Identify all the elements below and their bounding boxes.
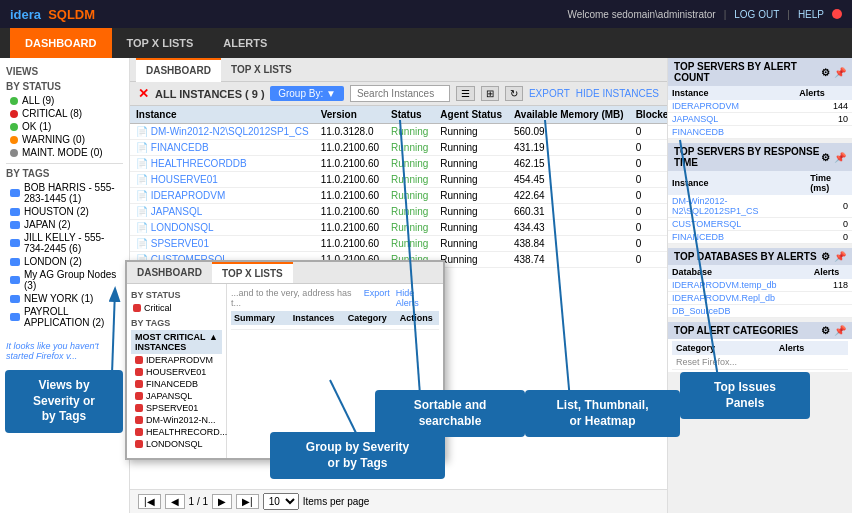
page-next-button[interactable]: ▶ — [212, 494, 232, 509]
hide-instances-link[interactable]: HIDE INSTANCES — [576, 88, 659, 99]
help-link[interactable]: HELP — [798, 9, 824, 20]
items-per-page-select[interactable]: 102550 — [263, 493, 299, 510]
sidebar-item-maint[interactable]: MAINT. MODE (0) — [6, 146, 123, 159]
sidebar-tag-london[interactable]: LONDON (2) — [6, 255, 123, 268]
status-cell: Running — [385, 124, 434, 140]
page-first-button[interactable]: |◀ — [138, 494, 161, 509]
overlay-nav-topxlists[interactable]: TOP X LISTS — [212, 262, 293, 283]
overlay-by-status: BY STATUS — [131, 290, 222, 300]
status-critical-label: CRITICAL (8) — [22, 108, 82, 119]
expand-icon[interactable]: ▲ — [209, 332, 218, 352]
refresh-button[interactable]: ↻ — [505, 86, 523, 101]
nav-topxlists[interactable]: TOP X LISTS — [112, 28, 209, 58]
da-db-3[interactable]: DB_SourceDB — [668, 305, 810, 318]
agent-cell: Running — [434, 172, 508, 188]
sub-nav: DASHBOARD TOP X LISTS — [130, 58, 667, 82]
annotation-list-thumb: List, Thumbnail,or Heatmap — [525, 390, 680, 437]
settings-icon[interactable]: ⚙ — [821, 152, 830, 163]
sidebar-item-all[interactable]: ALL (9) — [6, 94, 123, 107]
instance-link[interactable]: 📄 IDERAPRODVM — [136, 190, 225, 201]
sub-nav-topxlists[interactable]: TOP X LISTS — [221, 58, 302, 82]
overlay-nav-dashboard[interactable]: DASHBOARD — [127, 262, 212, 283]
tag-icon — [10, 276, 20, 284]
ac-instance-1[interactable]: IDERAPRODVM — [668, 100, 795, 113]
instance-link[interactable]: 📄 DM-Win2012-N2\SQL2012SP1_CS — [136, 126, 309, 137]
panel-controls: Group By: ▼ ☰ ⊞ ↻ EXPORT HIDE INSTANCES — [270, 85, 659, 102]
overlay-hide-alerts-link[interactable]: Hide Alerts — [396, 288, 439, 308]
page-prev-button[interactable]: ◀ — [165, 494, 185, 509]
critical-item[interactable]: IDERAPRODVM — [131, 354, 222, 366]
status-dot-warning — [10, 136, 18, 144]
rt-instance-3[interactable]: FINANCEDB — [668, 231, 806, 244]
settings-icon[interactable]: ⚙ — [821, 251, 830, 262]
table-row: 📄 LONDONSQL 11.0.2100.60 Running Running… — [130, 220, 667, 236]
nav-alerts[interactable]: ALERTS — [208, 28, 282, 58]
annotation-views: Views bySeverity orby Tags — [5, 370, 123, 433]
overlay-export-link[interactable]: Export — [364, 288, 390, 308]
col-status: Status — [385, 106, 434, 124]
critical-item[interactable]: JAPANSQL — [131, 390, 222, 402]
critical-item[interactable]: LONDONSQL — [131, 438, 222, 450]
memory-cell: 462.15 — [508, 156, 630, 172]
instance-link[interactable]: 📄 JAPANSQL — [136, 206, 202, 217]
view-list-button[interactable]: ☰ — [456, 86, 475, 101]
sidebar-tag-ag[interactable]: My AG Group Nodes (3) — [6, 268, 123, 292]
rt-instance-1[interactable]: DM-Win2012-N2\SQL2012SP1_CS — [668, 195, 806, 218]
table-row: Reset Firefox... — [672, 355, 848, 370]
critical-item[interactable]: FINANCEDB — [131, 378, 222, 390]
critical-item[interactable]: HEALTHRECORD... — [131, 426, 222, 438]
agent-cell: Running — [434, 236, 508, 252]
overlay-by-tags: BY TAGS — [131, 318, 222, 328]
da-db-1[interactable]: IDERAPRODVM.temp_db — [668, 279, 810, 292]
critical-item[interactable]: DM-Win2012-N... — [131, 414, 222, 426]
instance-link[interactable]: 📄 SPSERVE01 — [136, 238, 209, 249]
sidebar-tag-houston[interactable]: HOUSTON (2) — [6, 205, 123, 218]
logout-link[interactable]: LOG OUT — [734, 9, 779, 20]
status-dot-critical — [10, 110, 18, 118]
sidebar-tag-newyork[interactable]: NEW YORK (1) — [6, 292, 123, 305]
ac-instance-3[interactable]: FINANCEDB — [668, 126, 795, 139]
da-db-2[interactable]: IDERAPRODVM.Repl_db — [668, 292, 810, 305]
acat-col-cat: Category — [672, 341, 775, 355]
db-alerts-content: Database Alerts IDERAPRODVM.temp_db 118 … — [668, 265, 852, 318]
alert-cat-table: Category Alerts Reset Firefox... — [672, 341, 848, 370]
pin-icon[interactable]: 📌 — [834, 152, 846, 163]
pin-icon[interactable]: 📌 — [834, 251, 846, 262]
view-thumb-button[interactable]: ⊞ — [481, 86, 499, 101]
table-row: 📄 HOUSERVE01 11.0.2100.60 Running Runnin… — [130, 172, 667, 188]
da-alerts-2 — [810, 292, 852, 305]
pin-icon[interactable]: 📌 — [834, 67, 846, 78]
instance-link[interactable]: 📄 HOUSERVE01 — [136, 174, 218, 185]
critical-item[interactable]: HOUSERVE01 — [131, 366, 222, 378]
sidebar-tag-jill[interactable]: JILL KELLY - 555-734-2445 (6) — [6, 231, 123, 255]
nav-dashboard[interactable]: DASHBOARD — [10, 28, 112, 58]
instance-link[interactable]: 📄 HEALTHRECORDDB — [136, 158, 247, 169]
ac-instance-2[interactable]: JAPANSQL — [668, 113, 795, 126]
instances-table: Instance Version Status Agent Status Ava… — [130, 106, 667, 268]
settings-icon[interactable]: ⚙ — [821, 325, 830, 336]
response-time-section: TOP SERVERS BY RESPONSE TIME ⚙📌 Instance… — [668, 143, 852, 244]
search-input[interactable] — [350, 85, 450, 102]
sidebar-item-warning[interactable]: WARNING (0) — [6, 133, 123, 146]
sidebar-tag-bob[interactable]: BOB HARRIS - 555-283-1445 (1) — [6, 181, 123, 205]
instance-link[interactable]: 📄 LONDONSQL — [136, 222, 214, 233]
group-by-button[interactable]: Group By: ▼ — [270, 86, 344, 101]
tag-icon — [10, 221, 20, 229]
ac-col-alerts: Alerts — [795, 86, 852, 100]
sidebar-tag-payroll[interactable]: PAYROLL APPLICATION (2) — [6, 305, 123, 329]
page-last-button[interactable]: ▶| — [236, 494, 259, 509]
sidebar-item-ok[interactable]: OK (1) — [6, 120, 123, 133]
sub-nav-dashboard[interactable]: DASHBOARD — [136, 58, 221, 82]
export-link[interactable]: EXPORT — [529, 88, 570, 99]
sidebar-item-critical[interactable]: CRITICAL (8) — [6, 107, 123, 120]
settings-icon[interactable]: ⚙ — [821, 67, 830, 78]
critical-item[interactable]: SPSERVE01 — [131, 402, 222, 414]
version-cell: 11.0.2100.60 — [315, 204, 385, 220]
col-memory: Available Memory (MB) — [508, 106, 630, 124]
overlay-status-item[interactable]: Critical — [131, 302, 222, 314]
sidebar-tag-japan[interactable]: JAPAN (2) — [6, 218, 123, 231]
table-row: FINANCEDB — [668, 126, 852, 139]
pin-icon[interactable]: 📌 — [834, 325, 846, 336]
instance-link[interactable]: 📄 FINANCEDB — [136, 142, 209, 153]
rt-instance-2[interactable]: CUSTOMERSQL — [668, 218, 806, 231]
